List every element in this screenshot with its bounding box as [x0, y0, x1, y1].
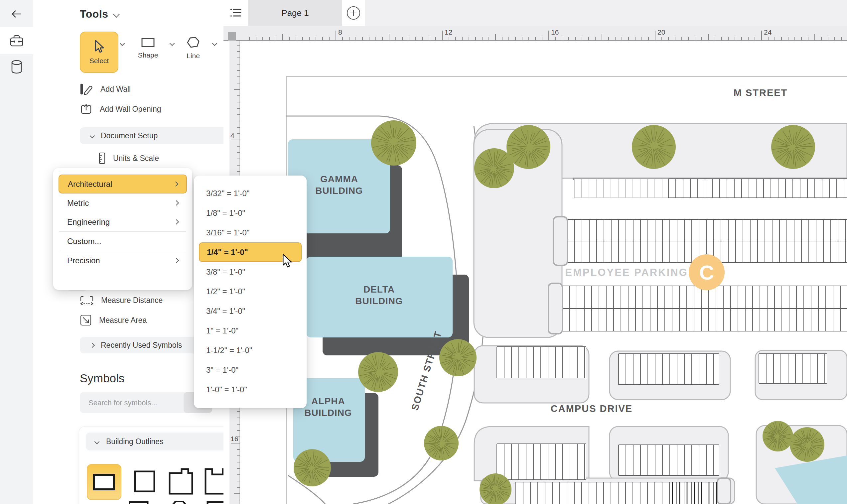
select-dropdown-chevron[interactable] [120, 41, 125, 46]
tree [358, 352, 398, 392]
measure-distance-row[interactable]: Measure Distance [80, 292, 163, 308]
document-setup-header[interactable]: Document Setup [80, 127, 245, 144]
menu-item-label: Precision [67, 256, 100, 265]
panel-title[interactable]: Tools [80, 8, 119, 20]
parking-island [717, 478, 731, 504]
tree [632, 125, 676, 169]
floor-plan-app: { "rail": {"back": "back", "toolbox": "t… [0, 0, 847, 504]
architectural-scale-submenu: 3/32" = 1'-0"1/8" = 1'-0"3/16" = 1'-0"1/… [194, 176, 307, 408]
scale-option-label: 1/2" = 1'-0" [206, 287, 245, 296]
recently-used-label: Recently Used Symbols [101, 341, 182, 350]
scale-option-label: 3/32" = 1'-0" [206, 189, 249, 198]
chevron-right-icon [173, 181, 179, 187]
parking-stalls [516, 482, 727, 504]
zone-marker-label: C [699, 261, 714, 284]
building-label-line: BUILDING [355, 296, 403, 306]
tool-select[interactable]: Select [80, 32, 119, 73]
units-scale-label: Units & Scale [113, 154, 159, 163]
chevron-down-icon [90, 133, 95, 138]
toolbox-icon [9, 33, 24, 48]
employee-parking-label: EMPLOYEE PARKING [565, 267, 688, 278]
scale-option-label: 1" = 1'-0" [206, 326, 238, 336]
scale-option-9[interactable]: 3" = 1'-0" [199, 360, 302, 380]
street-label-m: M STREET [734, 87, 788, 98]
building-outlines-label: Building Outlines [106, 437, 164, 446]
scale-option-1[interactable]: 1/8" = 1'-0" [199, 203, 302, 223]
symbol-building-rect[interactable] [87, 464, 121, 500]
scale-option-8[interactable]: 1-1/2" = 1'-0" [199, 340, 302, 360]
left-icon-rail [0, 0, 33, 504]
line-shape-icon [186, 37, 200, 49]
back-button[interactable] [0, 2, 33, 25]
scale-option-6[interactable]: 3/4" = 1'-0" [199, 301, 302, 321]
measure-distance-label: Measure Distance [101, 296, 163, 305]
building-label-line: DELTA [363, 284, 395, 294]
add-wall-icon [80, 83, 93, 95]
scale-option-label: 1/4" = 1'-0" [207, 248, 248, 257]
tree [294, 449, 331, 486]
scale-option-10[interactable]: 1'-0" = 1'-0" [199, 380, 302, 399]
menu-item-engineering[interactable]: Engineering [58, 213, 187, 231]
site-plan-canvas[interactable]: GAMMABUILDINGDELTABUILDINGALPHABUILDINGC… [223, 0, 847, 504]
add-wall-opening-row[interactable]: Add Wall Opening [80, 101, 161, 118]
measure-area-icon [80, 314, 92, 326]
scale-option-3[interactable]: 1/4" = 1'-0" [199, 242, 302, 262]
building-outlines-header[interactable]: Building Outlines [86, 433, 243, 450]
building-label-line: ALPHA [311, 396, 345, 406]
v-ruler-label: 16 [231, 435, 238, 443]
menu-item-custom-[interactable]: Custom... [58, 232, 187, 251]
symbol-building-square[interactable] [128, 464, 161, 499]
add-page-button[interactable] [342, 0, 365, 26]
zone-marker-c[interactable]: C [689, 254, 725, 290]
symbol-row2-partial [129, 501, 229, 504]
scale-option-7[interactable]: 1" = 1'-0" [199, 321, 302, 340]
tree [439, 339, 476, 376]
parking-stalls [618, 445, 719, 475]
add-wall-label: Add Wall [101, 85, 131, 94]
drawing-canvas-area: GAMMABUILDINGDELTABUILDINGALPHABUILDINGC… [223, 0, 847, 504]
rail-item-shape-data[interactable] [0, 55, 33, 79]
parking-stalls [668, 179, 847, 198]
symbol-building-tab[interactable] [165, 464, 197, 499]
building-label-line: BUILDING [304, 408, 352, 418]
tree [424, 426, 458, 461]
line-dropdown-chevron[interactable] [212, 41, 217, 46]
symbols-heading: Symbols [80, 372, 124, 385]
menu-item-metric[interactable]: Metric [58, 194, 187, 213]
tool-select-label: Select [89, 57, 109, 65]
page-tab[interactable]: Page 1 [248, 0, 342, 26]
chevron-right-icon [174, 200, 179, 206]
scale-option-4[interactable]: 3/8" = 1'-0" [199, 262, 302, 282]
parking-stalls [759, 354, 827, 383]
scale-option-5[interactable]: 1/2" = 1'-0" [199, 282, 302, 301]
shape-dropdown-chevron[interactable] [169, 41, 175, 46]
tool-shape[interactable]: Shape [133, 37, 163, 59]
scale-option-0[interactable]: 3/32" = 1'-0" [199, 183, 302, 203]
scale-option-label: 1'-0" = 1'-0" [206, 385, 247, 394]
h-ruler-label: 20 [657, 28, 665, 36]
add-wall-row[interactable]: Add Wall [80, 81, 131, 97]
symbol-search-input[interactable] [80, 392, 189, 414]
page-tab-bar: Page 1 [223, 0, 847, 26]
tool-line[interactable]: Line [179, 37, 208, 60]
h-ruler-label: 16 [551, 28, 559, 36]
parking-stalls [497, 347, 586, 378]
units-scale-context-menu: ArchitecturalMetricEngineeringCustom...P… [53, 168, 192, 290]
menu-item-architectural[interactable]: Architectural [58, 175, 187, 194]
measure-area-row[interactable]: Measure Area [80, 312, 147, 328]
h-ruler-label: 8 [338, 28, 342, 36]
street-label-campus: CAMPUS DRIVE [551, 403, 632, 414]
rail-item-toolbox[interactable] [0, 29, 33, 52]
document-setup-label: Document Setup [101, 131, 158, 140]
scale-option-2[interactable]: 3/16" = 1'-0" [199, 223, 302, 242]
symbol-search [80, 392, 212, 413]
building[interactable]: DELTABUILDING [306, 257, 469, 355]
page-list-button[interactable] [223, 0, 248, 26]
parking-stalls [497, 444, 586, 480]
v-ruler-label: 4 [231, 132, 234, 139]
tree [506, 125, 551, 169]
units-scale-row[interactable]: Units & Scale [98, 150, 159, 166]
select-cursor-icon [93, 39, 105, 54]
add-wall-opening-label: Add Wall Opening [100, 105, 161, 114]
menu-item-precision[interactable]: Precision [58, 251, 187, 270]
